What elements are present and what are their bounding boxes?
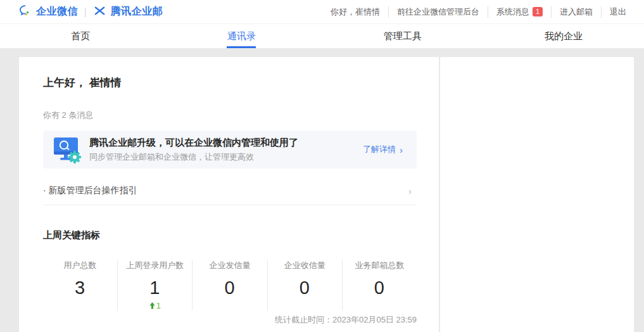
system-message-count-badge: 1 xyxy=(533,7,543,16)
metric-value: 1 xyxy=(149,278,160,298)
metric-delta-value: 1 xyxy=(156,301,161,310)
logout-link[interactable]: 退出 xyxy=(601,6,626,18)
metric-value: 0 xyxy=(374,278,385,298)
tab-my-company[interactable]: 我的企业 xyxy=(483,24,644,48)
wecom-brand-label: 企业微信 xyxy=(36,5,78,18)
learn-more-label: 了解详情 xyxy=(363,144,396,155)
chevron-right-icon: › xyxy=(400,145,403,155)
side-panel xyxy=(440,57,634,332)
upgrade-banner[interactable]: 腾讯企业邮升级，可以在企业微信内管理和使用了 同步管理企业邮箱和企业微信，让管理… xyxy=(43,131,417,169)
topbar-links: 你好，崔情情 前往企业微信管理后台 系统消息 1 进入邮箱 退出 xyxy=(322,6,626,18)
goto-wecom-admin-link[interactable]: 前往企业微信管理后台 xyxy=(388,6,488,18)
banner-texts: 腾讯企业邮升级，可以在企业微信内管理和使用了 同步管理企业邮箱和企业微信，让管理… xyxy=(89,137,298,163)
messages-summary: 你有 2 条消息 xyxy=(43,110,417,121)
metrics-row: 用户总数 3 上周登录用户数 1 1 企业发信量 0 企业收信量 0 业务邮箱总… xyxy=(43,260,417,310)
metric-label: 上周登录用户数 xyxy=(126,260,184,271)
admin-guide-row[interactable]: · 新版管理后台操作指引 › xyxy=(43,177,417,205)
metric-label: 企业收信量 xyxy=(284,260,325,271)
metric-label: 用户总数 xyxy=(64,260,97,271)
metric-value: 3 xyxy=(75,278,85,298)
metrics-section-title: 上周关键指标 xyxy=(43,229,417,241)
metric-total-users: 用户总数 3 xyxy=(43,260,117,310)
user-greeting: 你好，崔情情 xyxy=(322,6,388,18)
metric-business-mailboxes: 业务邮箱总数 0 xyxy=(342,260,417,310)
metric-received-mail: 企业收信量 0 xyxy=(267,260,342,310)
metric-value: 0 xyxy=(224,278,235,298)
stats-cutoff-time: 统计截止时间：2023年02月05日 23:59 xyxy=(43,314,417,326)
chevron-right-icon: › xyxy=(408,186,412,196)
page-greeting: 上午好， 崔情情 xyxy=(43,75,417,90)
system-message-link[interactable]: 系统消息 1 xyxy=(488,6,551,18)
metric-label: 企业发信量 xyxy=(210,260,251,271)
metric-label: 业务邮箱总数 xyxy=(355,260,404,271)
topbar: 企业微信 | 腾讯企业邮 你好，崔情情 前往企业微信管理后台 系统消息 1 进入… xyxy=(0,0,644,23)
dashboard-panel: 上午好， 崔情情 你有 2 条消息 xyxy=(19,57,439,332)
tab-admin-tools[interactable]: 管理工具 xyxy=(322,24,483,48)
admin-guide-label: · 新版管理后台操作指引 xyxy=(43,185,137,196)
exmail-bowtie-icon xyxy=(93,4,106,20)
metric-value: 0 xyxy=(300,278,310,298)
brand-separator: | xyxy=(84,7,87,17)
system-message-label: 系统消息 xyxy=(496,6,529,18)
banner-subtitle: 同步管理企业邮箱和企业微信，让管理更高效 xyxy=(89,151,298,163)
metric-weekly-login-users: 上周登录用户数 1 1 xyxy=(117,260,192,310)
nav-tabs: 首页 通讯录 管理工具 我的企业 xyxy=(0,23,644,48)
banner-title: 腾讯企业邮升级，可以在企业微信内管理和使用了 xyxy=(89,137,298,149)
monitor-gear-icon xyxy=(51,134,84,165)
exmail-logo[interactable]: 腾讯企业邮 xyxy=(93,4,163,20)
learn-more-link[interactable]: 了解详情 › xyxy=(363,144,403,155)
tab-contacts[interactable]: 通讯录 xyxy=(161,24,322,48)
up-arrow-icon xyxy=(149,302,155,309)
wecom-bubble-icon xyxy=(19,4,32,20)
wecom-logo[interactable]: 企业微信 xyxy=(19,4,78,20)
metric-delta: 1 xyxy=(149,301,161,310)
metric-sent-mail: 企业发信量 0 xyxy=(192,260,267,310)
enter-mailbox-link[interactable]: 进入邮箱 xyxy=(551,6,601,18)
tab-home[interactable]: 首页 xyxy=(0,24,161,48)
exmail-brand-label: 腾讯企业邮 xyxy=(111,5,163,18)
